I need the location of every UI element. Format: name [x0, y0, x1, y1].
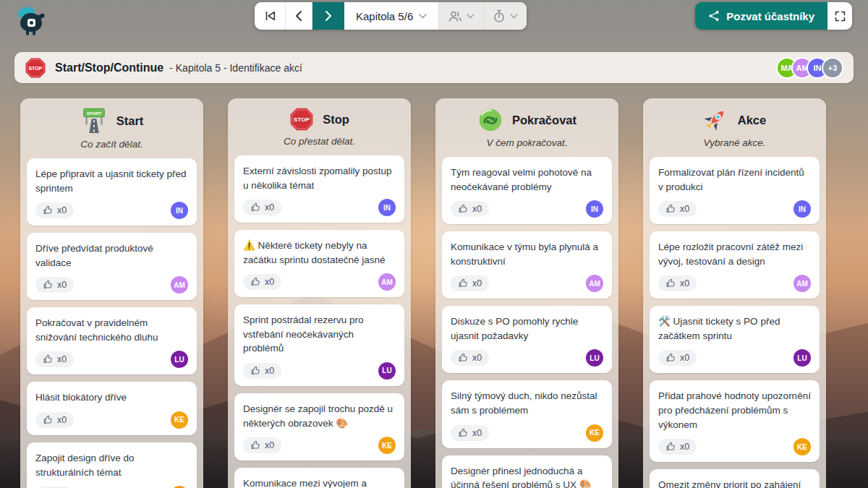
timer-icon — [493, 9, 506, 23]
vote-button[interactable]: x0 — [243, 200, 281, 215]
vote-button[interactable]: x0 — [658, 350, 697, 366]
card-footer: x0LU — [243, 362, 396, 380]
vote-button[interactable]: x0 — [35, 202, 74, 218]
card[interactable]: Lépe rozložit pracovní zátěž mezi vývoj,… — [650, 231, 820, 299]
participant-avatars[interactable]: MAAMIN+3 — [776, 57, 843, 79]
thumb-up-icon — [665, 204, 676, 214]
prev-chapter-button[interactable] — [286, 2, 312, 30]
card[interactable]: Diskuze s PO pomohly rychle ujasnit poža… — [442, 306, 612, 373]
column-stop: STOP StopCo přestat dělat.Externí závisl… — [228, 98, 411, 488]
card-text: Pokračovat v pravidelném snižování techn… — [35, 316, 188, 344]
card-author-avatar: IN — [171, 202, 188, 219]
vote-count: x0 — [57, 354, 67, 364]
skip-to-start-button[interactable] — [255, 2, 286, 30]
card-text: 🛠️ Ujasnit tickety s PO před začátkem sp… — [658, 314, 811, 343]
board-header: STOP Start/Stop/Continue - Kapitola 5 - … — [14, 52, 854, 83]
card-text: Designér se zapojil trochu pozdě u někte… — [243, 402, 396, 430]
card[interactable]: Formalizovat plán řízení incidentů v pro… — [650, 157, 820, 224]
card[interactable]: Zapojit design dříve do strukturálních t… — [27, 442, 197, 488]
avatar-overflow-badge[interactable]: +3 — [822, 57, 843, 79]
vote-button[interactable]: x0 — [658, 201, 697, 217]
card[interactable]: Lépe připravit a ujasnit tickety před sp… — [27, 158, 197, 226]
card-text: Externí závislosti zpomalily postup u ně… — [243, 164, 396, 192]
share-icon — [708, 10, 720, 22]
app-logo-mascot[interactable] — [16, 6, 48, 38]
column-header: Akce — [650, 107, 820, 133]
card[interactable]: 🛠️ Ujasnit tickety s PO před začátkem sp… — [650, 306, 820, 373]
card[interactable]: Přidat prahové hodnoty upozornění pro př… — [650, 380, 820, 462]
card-text: Přidat prahové hodnoty upozornění pro př… — [658, 389, 811, 432]
card[interactable]: Pokračovat v pravidelném snižování techn… — [27, 307, 197, 374]
card-footer: x0AM — [658, 275, 811, 292]
card-author-avatar: AM — [171, 276, 188, 294]
vote-button[interactable]: x0 — [658, 275, 697, 291]
vote-button[interactable]: x0 — [451, 425, 489, 441]
chapter-select[interactable]: Kapitola 5/6 — [344, 2, 438, 30]
card-author-avatar: KE — [171, 411, 188, 429]
fullscreen-button[interactable] — [827, 2, 852, 30]
card-footer: x0IN — [658, 200, 811, 218]
vote-button[interactable]: x0 — [243, 363, 281, 379]
column-subtitle: Co začít dělat. — [27, 139, 197, 150]
card-footer: x0AM — [35, 276, 188, 294]
thumb-up-icon — [250, 366, 260, 376]
card-text: Formalizovat plán řízení incidentů v pro… — [658, 166, 811, 194]
card[interactable]: Hlásit blokátory dříve x0KE — [27, 382, 197, 435]
board-subtitle: - Kapitola 5 - Identifikace akcí — [169, 62, 302, 74]
svg-text:START: START — [87, 111, 101, 116]
card-author-avatar: KE — [793, 438, 811, 455]
card[interactable]: Externí závislosti zpomalily postup u ně… — [234, 155, 404, 223]
vote-count: x0 — [265, 366, 274, 376]
chevron-down-icon — [510, 14, 518, 19]
card[interactable]: Sprint postrádal rezervu pro vstřebání n… — [234, 304, 404, 386]
column-subtitle: Vybrané akce. — [650, 137, 820, 148]
card[interactable]: Tým reagoval velmi pohotově na neočekáva… — [442, 157, 612, 224]
card-text: Zapojit design dříve do strukturálních t… — [35, 451, 188, 479]
card-footer: x0IN — [451, 200, 603, 218]
vote-count: x0 — [472, 428, 482, 438]
vote-button[interactable]: x0 — [451, 201, 489, 217]
vote-button[interactable]: x0 — [658, 439, 697, 455]
vote-button[interactable]: x0 — [35, 351, 74, 367]
card-list: Externí závislosti zpomalily postup u ně… — [234, 155, 404, 488]
vote-button[interactable]: x0 — [451, 275, 489, 291]
vote-count: x0 — [57, 415, 67, 425]
column-header: Pokračovat — [442, 107, 612, 133]
timer-menu-button[interactable] — [484, 2, 527, 30]
card-footer: x0AM — [451, 275, 603, 292]
chevron-left-icon — [294, 10, 303, 22]
thumb-up-icon — [665, 353, 676, 363]
card-author-avatar: KE — [586, 424, 603, 442]
card-text: Omezit změny priorit po zahájení sprintu — [658, 478, 811, 488]
card[interactable]: Silný týmový duch, nikdo nezůstal sám s … — [442, 380, 612, 448]
card-author-avatar: LU — [378, 362, 396, 380]
card-text: ⚠️ Některé tickety nebyly na začátku spr… — [243, 239, 396, 267]
card[interactable]: Omezit změny priorit po zahájení sprintu… — [650, 469, 820, 488]
invite-participants-button[interactable]: Pozvat účastníky — [695, 2, 827, 30]
card[interactable]: Komunikace v týmu byla plynulá a konstru… — [442, 231, 612, 299]
column-header: STOP Stop — [234, 107, 404, 132]
card-author-avatar: LU — [586, 349, 603, 367]
card-text: Hlásit blokátory dříve — [35, 390, 188, 405]
vote-count: x0 — [265, 202, 274, 213]
vote-button[interactable]: x0 — [243, 274, 281, 290]
card[interactable]: Dříve předvídat produktové validace x0AM — [27, 233, 197, 300]
top-navigation: Kapitola 5/6 — [255, 2, 527, 30]
vote-button[interactable]: x0 — [243, 437, 281, 453]
vote-count: x0 — [472, 278, 482, 288]
vote-button[interactable]: x0 — [35, 277, 74, 293]
vote-button[interactable]: x0 — [451, 350, 489, 366]
card-footer: x0LU — [451, 349, 603, 367]
card-footer: x0KE — [658, 438, 811, 455]
card[interactable]: ⚠️ Některé tickety nebyly na začátku spr… — [234, 230, 404, 297]
vote-button[interactable]: x0 — [35, 412, 74, 428]
card[interactable]: Komunikace mezi vývojem a testováním moh… — [234, 468, 404, 488]
participants-menu-button[interactable] — [439, 2, 484, 30]
chevron-down-icon — [467, 14, 475, 19]
card[interactable]: Designér se zapojil trochu pozdě u někte… — [234, 393, 404, 461]
next-chapter-button[interactable] — [312, 2, 344, 30]
thumb-up-icon — [43, 280, 53, 290]
column-subtitle: Co přestat dělat. — [234, 136, 404, 147]
card-text: Designér přinesl jednoduchá a účinná řeš… — [451, 464, 603, 488]
card[interactable]: Designér přinesl jednoduchá a účinná řeš… — [442, 455, 612, 488]
